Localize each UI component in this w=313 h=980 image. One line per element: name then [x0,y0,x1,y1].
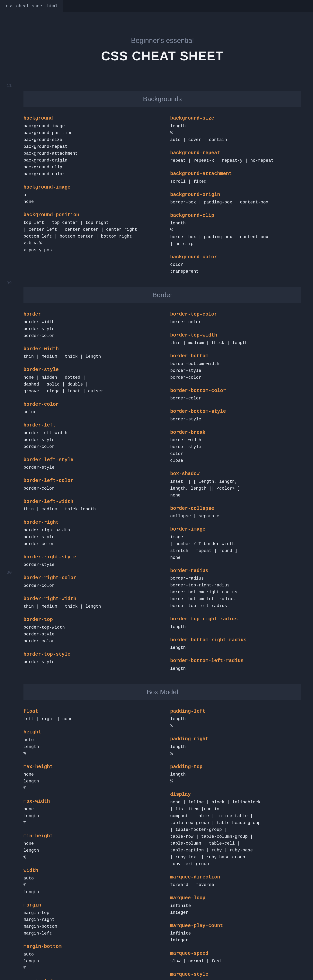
property-value: border-top-width [24,624,155,631]
property-values: thin | medium | thick | length [170,340,301,346]
property-values: autolength% [24,951,155,971]
property-name: border-bottom-color [170,387,301,395]
property-name: min-height [24,832,155,840]
property-values: border-widthborder-stylecolorclose [170,437,301,464]
property-group: border-right-colorborder-color [24,574,155,589]
tab-bar: css-cheat-sheet.html [0,0,313,12]
property-value: background-attachment [24,150,155,157]
property-value: border-style [170,444,301,450]
property-values: thin | medium | thick length [24,506,155,512]
property-group: border-collapsecollapse | separate [170,505,301,520]
property-value: background-origin [24,157,155,164]
property-value: auto [24,951,155,958]
column-right: padding-leftlength%padding-rightlength%p… [170,708,301,980]
property-group: border-topborder-top-widthborder-stylebo… [24,616,155,644]
property-value: compact | table | inline-table | [170,813,301,819]
property-value: none | hidden | dotted | [24,374,155,381]
property-value: x-pos y-pos [24,247,155,253]
property-name: margin-left [24,978,155,980]
property-value: table-row | table-column-group | [170,834,301,840]
property-value: % [24,882,155,888]
property-group: border-left-widththin | medium | thick l… [24,498,155,513]
property-values: color [24,409,155,415]
property-values: length%auto | cover | contain [170,123,301,143]
property-values: length% [170,744,301,757]
property-values: border-style [24,465,155,471]
pretitle: Beginner's essential [24,35,301,46]
property-value: left | right | none [24,716,155,722]
property-value: thin | medium | thick length [24,506,155,512]
property-group: max-widthnonelength% [24,798,155,826]
property-name: display [170,791,301,798]
property-value: auto | cover | contain [170,137,301,143]
property-group: padding-rightlength% [170,735,301,757]
property-value: border-style [24,534,155,540]
property-value: auto [24,875,155,881]
property-value: ruby-text-group [170,861,301,867]
property-value: border-color [24,444,155,450]
property-group: border-bottom-styleborder-style [170,408,301,423]
property-values: repeat | repeat-x | repeat-y | no-repeat [170,158,301,164]
property-group: displaynone | inline | block | inlineblo… [170,791,301,867]
property-name: margin [24,902,155,909]
property-value: none | inline | block | inlineblock [170,799,301,805]
property-values: border-bottom-widthborder-styleborder-co… [170,361,301,381]
property-value: groove | ridge | inset | outset [24,388,155,395]
property-name: background-position [24,211,155,219]
property-value: table-row-group | table-headergroup [170,820,301,826]
property-group: marquee-speedslow | normal | fast [170,950,301,964]
property-value: % [170,130,301,136]
property-value: thin | medium | thick | length [170,340,301,346]
property-group: border-radiusborder-radiusborder-top-rig… [170,567,301,609]
property-name: border-bottom-style [170,408,301,415]
property-values: urlnone [24,192,155,205]
property-value: % [24,820,155,826]
property-name: background-repeat [170,150,301,157]
property-value: border-box | padding-box | content-box [170,199,301,205]
property-values: border-radiusborder-top-right-radiusbord… [170,575,301,609]
property-value: color [170,261,301,268]
property-name: border-right-style [24,554,155,561]
property-group: border-left-colorborder-color [24,477,155,492]
property-value: % [24,854,155,861]
file-tab[interactable]: css-cheat-sheet.html [0,0,63,12]
column-left: backgroundbackground-imagebackground-pos… [24,115,155,281]
property-value: length [170,220,301,227]
property-name: border-bottom-right-radius [170,636,301,644]
property-values: scroll | slide | alternate [170,979,301,980]
property-name: margin-bottom [24,943,155,950]
property-name: marquee-style [170,971,301,978]
property-values: border-style [170,416,301,423]
property-name: border-bottom-left-radius [170,657,301,665]
property-group: border-bottom-colorborder-color [170,387,301,402]
property-value: border-color [24,332,155,339]
property-group: border-bottom-right-radiuslength [170,636,301,651]
property-value: close [170,457,301,464]
property-value: none [170,492,301,499]
property-values: length [170,624,301,630]
property-group: background-cliplength%border-box | paddi… [170,212,301,247]
property-values: border-color [170,395,301,402]
property-value: scroll | fixed [170,178,301,185]
property-value: margin-left [24,930,155,937]
property-value: % [24,785,155,791]
property-value: margin-bottom [24,923,155,930]
property-group: widthauto%length [24,867,155,895]
property-value: border-color [170,395,301,402]
page: 113980 Beginner's essential CSS CHEAT SH… [0,12,313,980]
property-value: % [170,751,301,757]
property-group: border-top-right-radiuslength [170,616,301,630]
property-group: border-rightborder-right-widthborder-sty… [24,519,155,547]
column-left: floatleft | right | noneheightautolength… [24,708,155,980]
property-value: border-radius [170,575,301,582]
property-name: padding-right [170,735,301,743]
property-value: background-clip [24,164,155,170]
property-value: border-top-right-radius [170,582,301,589]
property-group: margin-leftautoheight% [24,978,155,980]
property-value: border-width [24,319,155,325]
property-group: heightautolength% [24,729,155,757]
property-values: top left | top center | top right| cente… [24,220,155,253]
property-value: | table-footer-group | [170,827,301,833]
property-values: nonelength% [24,806,155,826]
property-value: border-style [170,368,301,374]
